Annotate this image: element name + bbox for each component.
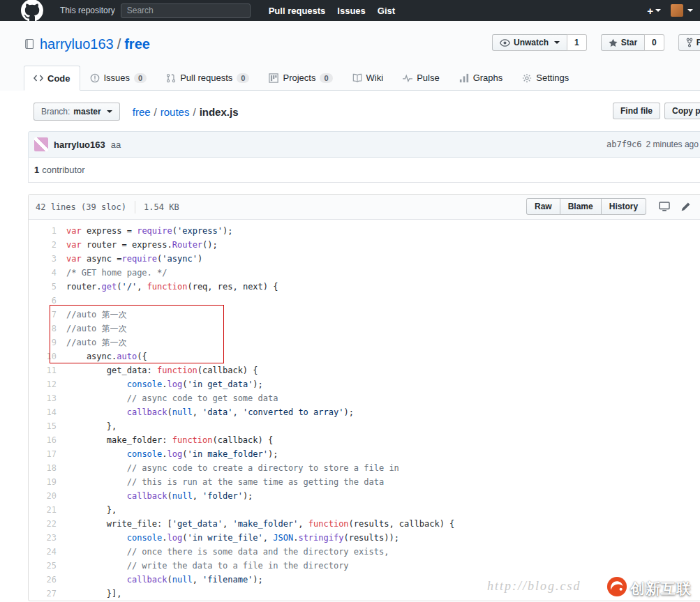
search-input[interactable]: [121, 3, 251, 18]
branch-label: Branch:: [41, 107, 70, 116]
tab-pull-requests[interactable]: Pull requests0: [156, 66, 259, 90]
breadcrumb-separator: /: [154, 106, 157, 118]
header-nav-pull-requests[interactable]: Pull requests: [269, 6, 326, 16]
line-number[interactable]: 14: [29, 405, 64, 419]
project-icon: [269, 73, 278, 83]
line-number[interactable]: 3: [29, 252, 64, 266]
tab-label: Graphs: [473, 73, 503, 83]
breadcrumb-separator: /: [193, 106, 195, 118]
copy-path-button[interactable]: Copy path: [664, 103, 700, 119]
breadcrumb-routes[interactable]: routes: [161, 106, 190, 118]
code-line: 16 make_folder: function(callback) {: [29, 433, 700, 447]
line-number[interactable]: 4: [29, 266, 64, 280]
tab-graphs[interactable]: Graphs: [449, 66, 513, 90]
file-blob-box: 42 lines (39 sloc) 1.54 KB RawBlameHisto…: [28, 194, 700, 601]
tab-code[interactable]: Code: [24, 66, 80, 91]
code-line: 18 // async code to create a directory t…: [29, 461, 700, 475]
tab-issues[interactable]: Issues0: [80, 66, 157, 90]
breadcrumb-current: index.js: [200, 106, 239, 118]
edit-pencil-icon[interactable]: [681, 202, 690, 211]
github-logo-icon[interactable]: [21, 0, 43, 22]
raw-button[interactable]: Raw: [526, 198, 560, 215]
line-number[interactable]: 9: [29, 336, 64, 349]
line-number[interactable]: 25: [29, 559, 64, 573]
line-number[interactable]: 1: [29, 224, 64, 238]
repo-slash: /: [117, 36, 121, 52]
line-number[interactable]: 18: [29, 461, 64, 475]
line-number[interactable]: 22: [29, 517, 64, 531]
history-button[interactable]: History: [601, 198, 646, 215]
header-search: This repository: [60, 3, 251, 18]
line-number[interactable]: 12: [29, 377, 64, 391]
star-button[interactable]: Star: [601, 34, 645, 51]
line-number[interactable]: 15: [29, 419, 64, 433]
line-number[interactable]: 2: [29, 238, 64, 252]
line-content: async.auto({: [64, 349, 147, 363]
pull-request-icon: [166, 73, 176, 83]
tab-settings[interactable]: Settings: [512, 66, 579, 90]
breadcrumb-free[interactable]: free: [133, 106, 151, 118]
header-nav-gist[interactable]: Gist: [378, 6, 395, 16]
open-in-desktop-icon[interactable]: [659, 202, 670, 211]
fork-button[interactable]: Fork: [678, 34, 700, 51]
file-header: 42 lines (39 sloc) 1.54 KB RawBlameHisto…: [29, 195, 700, 220]
line-number[interactable]: 13: [29, 391, 64, 405]
header-nav-issues[interactable]: Issues: [337, 6, 365, 16]
create-new-button[interactable]: +: [647, 5, 661, 17]
line-number[interactable]: 6: [29, 294, 64, 308]
line-number[interactable]: 20: [29, 489, 64, 503]
line-number[interactable]: 17: [29, 447, 64, 461]
line-number[interactable]: 19: [29, 475, 64, 489]
tab-wiki[interactable]: Wiki: [343, 66, 394, 90]
unwatch-button[interactable]: Unwatch: [492, 34, 567, 51]
header-right-controls: +: [647, 0, 693, 21]
user-menu-button[interactable]: [671, 4, 693, 17]
eye-icon: [500, 39, 510, 47]
code-line: 8//auto 第一次: [29, 322, 700, 336]
star-icon: [609, 38, 618, 47]
line-content: },: [64, 419, 117, 433]
line-number[interactable]: 5: [29, 280, 64, 294]
commit-author-link[interactable]: harryluo163: [54, 140, 105, 150]
line-content: callback(null, 'filename');: [64, 573, 263, 587]
unwatch-count[interactable]: 1: [567, 34, 587, 51]
find-file-button[interactable]: Find file: [613, 103, 660, 119]
line-number[interactable]: 27: [29, 587, 64, 601]
tab-pulse[interactable]: Pulse: [393, 66, 449, 90]
github-file-page: { "colors": { "link": "#0366d6", "keywor…: [0, 0, 700, 602]
tab-projects[interactable]: Projects0: [259, 66, 342, 90]
file-action-icons: [659, 202, 700, 211]
commit-time: 2 minutes ago: [646, 140, 699, 149]
commit-sha-link[interactable]: ab7f9c6: [606, 140, 642, 149]
latest-commit-bar: harryluo163 aa ab7f9c6 2 minutes ago: [28, 131, 700, 158]
line-number[interactable]: 8: [29, 322, 64, 336]
line-number[interactable]: 23: [29, 531, 64, 545]
caret-down-icon: [554, 41, 560, 44]
code-line: 15 },: [29, 419, 700, 433]
repo-owner-link[interactable]: harryluo163: [40, 36, 114, 52]
fork-icon: [686, 38, 693, 47]
repo-title-row: harryluo163 / free Unwatch1Star0Fork0: [0, 32, 700, 56]
code-line: 17 console.log('in make_folder');: [29, 447, 700, 461]
line-content: callback(null, 'data', 'converted to arr…: [64, 405, 354, 419]
line-number[interactable]: 16: [29, 433, 64, 447]
repo-name-link[interactable]: free: [124, 36, 150, 52]
commit-meta: ab7f9c6 2 minutes ago: [606, 132, 699, 157]
star-count[interactable]: 0: [644, 34, 664, 51]
code-line: 4/* GET home page. */: [29, 266, 700, 280]
branch-select-button[interactable]: Branch: master: [33, 103, 120, 121]
commit-message-link[interactable]: aa: [111, 140, 121, 150]
line-number[interactable]: 10: [29, 349, 64, 363]
code-line: 14 callback(null, 'data', 'converted to …: [29, 405, 700, 419]
line-number[interactable]: 7: [29, 308, 64, 322]
line-number[interactable]: 24: [29, 545, 64, 559]
line-content: // once there is some data and the direc…: [64, 545, 389, 559]
repo-icon: [24, 38, 35, 50]
blame-button[interactable]: Blame: [560, 198, 602, 215]
line-number[interactable]: 11: [29, 363, 64, 377]
contributors-bar[interactable]: 1 contributor: [28, 158, 700, 183]
line-number[interactable]: 26: [29, 573, 64, 587]
line-content: var async =require('async'): [64, 252, 202, 266]
code-line: 3var async =require('async'): [29, 252, 700, 266]
line-number[interactable]: 21: [29, 503, 64, 517]
